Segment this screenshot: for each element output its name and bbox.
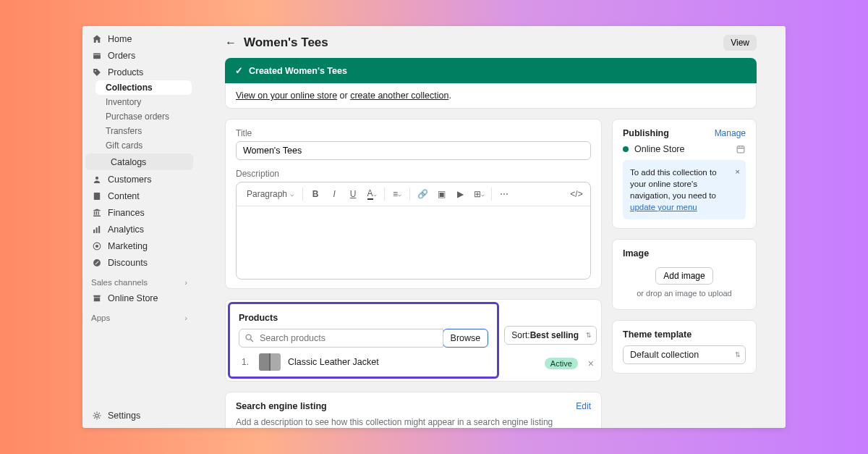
discounts-icon: [91, 257, 102, 268]
svg-rect-0: [93, 53, 101, 59]
channel-row: Online Store: [623, 144, 746, 154]
nav-settings[interactable]: Settings: [82, 407, 196, 424]
title-desc-card: Title Description Paragraph⌵ B I U A⌵ ≡⌵: [225, 119, 602, 289]
svg-rect-12: [737, 146, 744, 153]
nav-inventory[interactable]: Inventory: [82, 95, 196, 109]
product-thumbnail: [259, 353, 281, 371]
status-badge: Active: [545, 358, 578, 369]
nav-home[interactable]: Home: [82, 30, 196, 47]
align-icon[interactable]: ≡⌵: [389, 186, 405, 202]
description-textarea[interactable]: [237, 206, 590, 279]
code-view-icon[interactable]: </>: [569, 186, 584, 202]
page-header: ← Women's Tees View: [225, 35, 757, 51]
products-icon: [91, 67, 102, 77]
search-icon: [244, 333, 255, 343]
more-icon[interactable]: ⋯: [496, 186, 512, 202]
store-icon: [91, 293, 102, 303]
nav-marketing[interactable]: Marketing: [82, 237, 196, 254]
chevron-right-icon[interactable]: ›: [184, 278, 187, 287]
link-icon[interactable]: 🔗: [414, 186, 430, 202]
rte-toolbar: Paragraph⌵ B I U A⌵ ≡⌵ 🔗 ▣ ▶: [237, 182, 590, 206]
home-icon: [91, 33, 102, 44]
nav-collections[interactable]: Collections: [95, 80, 192, 95]
seo-edit-link[interactable]: Edit: [576, 401, 591, 411]
marketing-icon: [91, 240, 102, 251]
update-menu-link[interactable]: update your menu: [630, 203, 697, 211]
nav-transfers[interactable]: Transfers: [82, 124, 196, 138]
image-card: Image Add image or drop an image to uplo…: [612, 239, 757, 310]
nav-catalogs[interactable]: Catalogs: [85, 154, 193, 170]
browse-button[interactable]: Browse: [443, 329, 489, 348]
search-products-input[interactable]: [239, 329, 443, 348]
nav-gift-cards[interactable]: Gift cards: [82, 138, 196, 153]
orders-icon: [91, 50, 102, 61]
table-icon[interactable]: ⊞⌵: [471, 186, 487, 202]
sales-channels-header: Sales channels›: [82, 271, 196, 290]
manage-link[interactable]: Manage: [715, 128, 746, 138]
nav-purchase-orders[interactable]: Purchase orders: [82, 109, 196, 124]
back-arrow-icon[interactable]: ←: [225, 36, 237, 49]
svg-point-2: [95, 176, 98, 179]
add-image-button[interactable]: Add image: [655, 267, 712, 285]
product-name[interactable]: Classic Leather Jacket: [288, 357, 485, 367]
nav-analytics[interactable]: Analytics: [82, 221, 196, 237]
text-color-icon[interactable]: A⌵: [364, 186, 380, 202]
svg-point-1: [95, 70, 96, 72]
nav-discounts[interactable]: Discounts: [82, 254, 196, 271]
publishing-card: Publishing Manage Online Store To add th…: [612, 119, 757, 229]
remove-product-icon[interactable]: ×: [585, 358, 597, 369]
nav-customers[interactable]: Customers: [82, 171, 196, 188]
nav-finances[interactable]: Finances: [82, 204, 196, 221]
rich-text-editor: Paragraph⌵ B I U A⌵ ≡⌵ 🔗 ▣ ▶: [236, 182, 591, 279]
check-icon: ✓: [235, 65, 243, 76]
nav-content[interactable]: Content: [82, 188, 196, 204]
image-icon[interactable]: ▣: [433, 186, 449, 202]
apps-header: Apps›: [82, 306, 196, 325]
svg-point-8: [95, 244, 98, 247]
view-store-link[interactable]: View on your online store: [236, 91, 337, 101]
analytics-icon: [91, 224, 102, 235]
product-index: 1.: [242, 357, 252, 367]
svg-rect-3: [93, 193, 99, 200]
svg-rect-5: [95, 227, 97, 233]
italic-icon[interactable]: I: [326, 186, 342, 202]
success-banner: ✓Created Women's Tees View on your onlin…: [225, 58, 757, 109]
gear-icon: [91, 410, 102, 421]
image-title: Image: [623, 248, 746, 258]
finances-icon: [91, 207, 102, 218]
theme-select[interactable]: Default collection⇅: [623, 345, 746, 364]
sidebar: Home Orders Products Collections Invento…: [82, 26, 196, 428]
product-row: 1. Classic Leather Jacket: [239, 348, 488, 374]
publishing-title: Publishing: [623, 128, 669, 138]
page-title: Women's Tees: [244, 35, 328, 50]
theme-title: Theme template: [623, 329, 746, 340]
products-title: Products: [239, 313, 488, 323]
sort-select[interactable]: Sort: Best selling⇅: [504, 326, 597, 345]
svg-rect-6: [98, 226, 100, 233]
main-content: ← Women's Tees View ✓Created Women's Tee…: [196, 26, 786, 428]
customers-icon: [91, 174, 102, 185]
bold-icon[interactable]: B: [307, 186, 323, 202]
nav-orders[interactable]: Orders: [82, 47, 196, 64]
underline-icon[interactable]: U: [345, 186, 361, 202]
nav-online-store[interactable]: Online Store: [82, 290, 196, 306]
nav-products[interactable]: Products: [82, 64, 196, 80]
seo-title: Search engine listing: [236, 401, 327, 411]
seo-card: Search engine listing Edit Add a descrip…: [225, 392, 602, 428]
chevron-right-icon[interactable]: ›: [184, 314, 187, 322]
status-dot-icon: [623, 146, 629, 152]
products-highlight-area: Products Browse 1.: [228, 302, 499, 379]
close-alert-icon[interactable]: ×: [735, 166, 740, 177]
paragraph-select[interactable]: Paragraph⌵: [242, 188, 298, 201]
title-label: Title: [236, 128, 591, 138]
schedule-icon[interactable]: [736, 144, 746, 154]
video-icon[interactable]: ▶: [452, 186, 468, 202]
upload-hint: or drop an image to upload: [623, 289, 746, 298]
title-input[interactable]: [236, 141, 591, 160]
create-another-link[interactable]: create another collection: [350, 91, 448, 101]
description-label: Description: [236, 169, 591, 179]
view-button[interactable]: View: [723, 35, 757, 51]
image-upload-area[interactable]: Add image or drop an image to upload: [623, 258, 746, 300]
products-card: Products Browse 1.: [225, 299, 602, 382]
catalogs-icon: [94, 156, 105, 167]
